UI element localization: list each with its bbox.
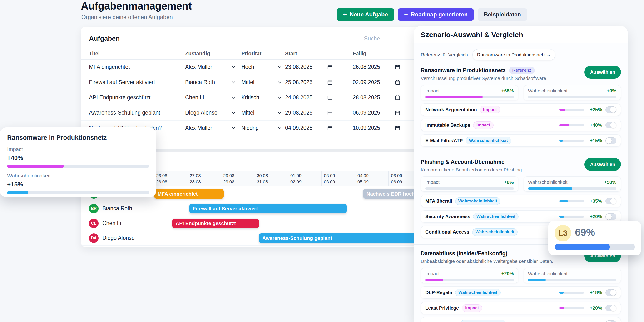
assignee-dropdown[interactable]: Alex Müller [185,64,236,70]
measure-toggle[interactable] [606,213,616,220]
toggle-knob [606,320,612,322]
due-date: 10.09.2025 [353,125,380,131]
measure-row: Network SegmentationImpact+25% [421,103,621,116]
measure-value: +35% [587,198,602,204]
start-date: 25.08.2025 [285,79,312,86]
tasks-table-header: TitelZuständigPrioritätStartFällig [81,48,422,60]
risk-level-tooltip: L3 69% [548,221,641,255]
column-header-zuständig: Zuständig [185,51,241,57]
priority-value: Kritisch [241,94,259,101]
sample-data-button[interactable]: Beispieldaten [478,8,527,21]
chevron-down-icon[interactable] [231,65,236,70]
risk-progress-bar [554,244,635,250]
start-date-picker[interactable]: 24.08.2025 [285,94,333,101]
priority-value: Mittel [241,79,254,86]
chevron-down-icon[interactable] [277,95,282,100]
stat-label: Wahrscheinlichkeit [528,180,568,185]
chevron-down-icon[interactable] [231,80,236,85]
measure-toggle[interactable] [606,305,616,311]
due-date-picker[interactable]: 06.09.2025 [353,110,400,116]
stat-progress-bar [425,187,514,190]
measure-toggle[interactable] [606,107,616,113]
gantt-bar[interactable]: Firewall auf Server aktiviert [190,204,346,213]
select-scenario-button[interactable]: Auswählen [584,158,621,171]
priority-dropdown[interactable]: Niedrig [241,125,282,131]
chevron-down-icon[interactable] [277,65,282,70]
stat-box-prob: Wahrscheinlichkeit [524,268,621,283]
toggle-knob [610,122,616,128]
assignee-dropdown[interactable]: Alex Müller [185,125,236,131]
calendar-icon [327,64,333,70]
measure-row: Least PrivilegeImpact+20% [421,302,621,314]
task-title: MFA eingerichtet [89,64,185,70]
measure-toggle[interactable] [606,137,616,144]
gantt-column-label: 03.09. – 03.09. [321,171,355,186]
priority-dropdown[interactable]: Kritisch [241,94,282,101]
plus-icon: + [343,11,347,18]
start-date-picker[interactable]: 29.08.2025 [285,110,333,116]
start-date-picker[interactable]: 25.08.2025 [285,79,333,86]
generate-roadmap-button[interactable]: + Roadmap generieren [398,8,474,21]
column-header-start: Start [285,51,353,57]
chevron-down-icon[interactable] [277,110,282,116]
scenario-stats: Impact+65%Wahrscheinlichkeit+0% [421,85,621,100]
gantt-bar[interactable]: Nachweis EDR hochgeladen? [363,189,422,199]
gantt-row-name: Diego Alonso [102,235,135,241]
stat-value: +50% [604,180,616,185]
priority-dropdown[interactable]: Mittel [241,110,282,116]
due-date-picker[interactable]: 02.09.2025 [353,79,400,86]
chevron-down-icon[interactable] [231,126,236,131]
sample-data-label: Beispieldaten [484,11,521,18]
tasks-card-title: Aufgaben [89,35,120,42]
reference-select[interactable]: Ransomware in Produktionsnetz ⌄ [472,49,555,61]
measure-value: +25% [587,107,602,112]
new-task-button[interactable]: + Neue Aufgabe [337,8,394,21]
chevron-down-icon[interactable] [231,110,236,116]
gantt-bar[interactable]: Awareness-Schulung geplant [259,233,422,243]
stat-progress-bar [528,187,617,190]
measure-toggle[interactable] [606,198,616,204]
popup-probability-label: Wahrscheinlichkeit [7,173,149,179]
task-assignee-cell: Bianca Roth [185,79,241,86]
assignee-dropdown[interactable]: Bianca Roth [185,79,236,86]
start-date: 29.08.2025 [285,110,312,116]
assignee-dropdown[interactable]: Diego Alonso [185,110,236,116]
due-date-picker[interactable]: 28.08.2025 [353,94,400,101]
search-input[interactable] [364,35,416,42]
gantt-bar[interactable]: MFA eingerichtet [154,189,224,199]
select-scenario-button[interactable]: Auswählen [584,66,621,79]
stat-value: +0% [607,88,616,94]
measure-type-badge: Wahrscheinlichkeit [473,213,518,220]
page-title: Aufgabenmanagement [81,0,192,12]
risk-percent: 69% [575,227,595,238]
measure-name: Audit Logging [425,321,458,322]
gantt-bar[interactable]: API Endpunkte geschützt [172,219,259,228]
task-due-cell: 26.08.2025 [353,64,422,70]
column-header-titel: Titel [89,51,185,57]
measure-toggle[interactable] [606,122,616,128]
priority-dropdown[interactable]: Mittel [241,79,282,86]
stat-box-prob: Wahrscheinlichkeit+0% [524,85,621,100]
gantt-row-name: Chen Li [102,220,121,226]
stat-box-prob: Wahrscheinlichkeit+50% [524,176,621,192]
priority-dropdown[interactable]: Hoch [241,64,282,70]
due-date-picker[interactable]: 26.08.2025 [353,64,400,70]
scenario-panel: Szenario-Auswahl & Vergleich Referenz fü… [414,26,628,322]
stat-value: +20% [502,271,514,276]
due-date-picker[interactable]: 10.09.2025 [353,125,400,131]
task-start-cell: 25.08.2025 [285,79,353,86]
assignee-dropdown[interactable]: Chen Li [185,94,236,101]
start-date-picker[interactable]: 04.09.2025 [285,125,333,131]
measure-progress-bar [559,109,584,111]
start-date-picker[interactable]: 23.08.2025 [285,64,333,70]
measure-toggle[interactable] [606,289,616,296]
chevron-down-icon[interactable] [277,126,282,131]
chevron-down-icon[interactable] [277,80,282,85]
gantt-column-label: 30.08. – 31.08. [254,171,288,186]
chevron-down-icon: ⌄ [546,52,551,58]
measure-progress-bar [559,124,584,126]
scenario-list: Ransomware in ProduktionsnetzReferenzAus… [421,67,621,322]
chevron-down-icon[interactable] [231,95,236,100]
task-title: Awareness-Schulung geplant [89,110,185,116]
measure-toggle[interactable] [606,320,616,322]
